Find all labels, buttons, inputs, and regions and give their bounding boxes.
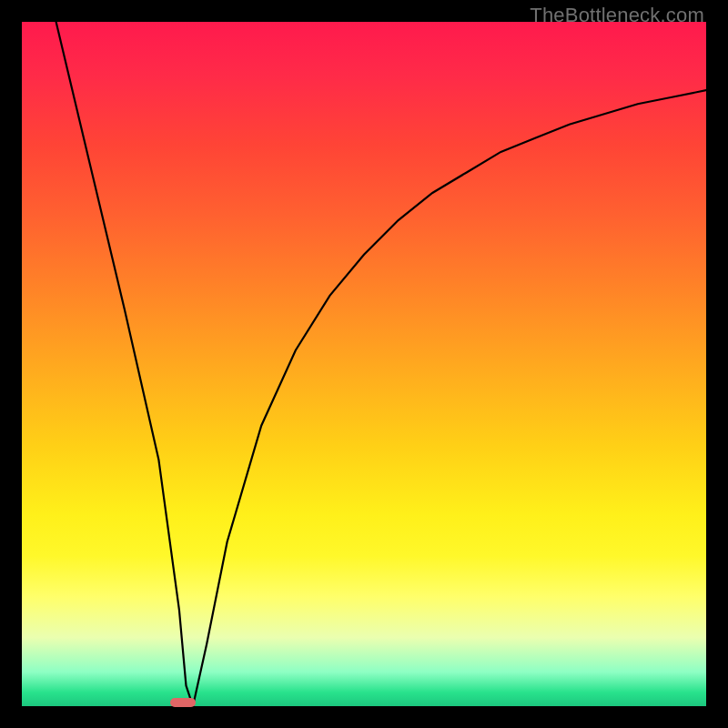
bottleneck-curve	[56, 22, 706, 706]
chart-container: TheBottleneck.com	[0, 0, 728, 728]
sweet-spot-marker	[170, 698, 196, 707]
curve-svg	[22, 22, 706, 706]
plot-area	[22, 22, 706, 706]
watermark-text: TheBottleneck.com	[530, 4, 704, 27]
